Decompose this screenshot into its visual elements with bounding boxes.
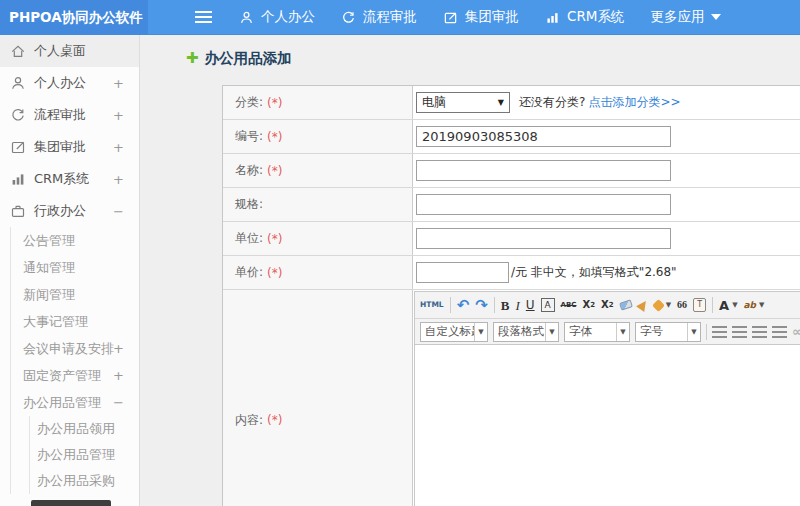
sidebar-item-supplies-purchase[interactable]: 办公用品采购 xyxy=(30,468,139,494)
align-justify-icon[interactable] xyxy=(772,326,787,338)
number-input[interactable] xyxy=(416,126,671,147)
sidebar-item-office-supplies-mgmt[interactable]: 办公用品管理 − xyxy=(11,389,139,416)
sub-item-label: 办公用品领用 xyxy=(37,421,115,436)
caret-down-icon: ▼ xyxy=(732,302,737,309)
price-input[interactable] xyxy=(416,262,509,283)
user-icon xyxy=(10,75,26,91)
nav-crm-system[interactable]: CRM系统 xyxy=(545,8,624,26)
eraser-button[interactable] xyxy=(620,301,632,309)
field-value: 电脑 ▼ 还没有分类? 点击添加分类>> xyxy=(413,86,800,119)
editor-content-area[interactable] xyxy=(415,345,800,506)
font-family-select[interactable]: 字体 ▼ xyxy=(564,322,630,342)
strikethrough-button[interactable]: ABC xyxy=(561,302,577,309)
field-label: 名称: (*) xyxy=(223,154,413,187)
collapse-minus-icon[interactable]: − xyxy=(113,389,124,416)
field-value: HTML ↶ ↷ B I U A ABC X2 X2 ▼ xyxy=(413,290,800,506)
sidebar-item-notice-mgmt[interactable]: 通知管理 xyxy=(11,254,139,281)
undo-button[interactable]: ↶ xyxy=(457,298,470,313)
nav-group-approval[interactable]: 集团审批 xyxy=(443,8,519,26)
paste-icon: T xyxy=(693,298,706,312)
italic-button[interactable]: I xyxy=(515,299,519,312)
add-category-link[interactable]: 点击添加分类>> xyxy=(588,94,680,111)
collapse-minus-icon[interactable]: − xyxy=(113,204,124,219)
blockquote-button[interactable]: 66 xyxy=(677,300,687,310)
nav-personal-office[interactable]: 个人办公 xyxy=(239,8,315,26)
align-center-icon[interactable] xyxy=(732,326,747,338)
sidebar-item-group-approval[interactable]: 集团审批 + xyxy=(0,131,139,163)
paste-text-button[interactable]: T xyxy=(693,298,706,312)
field-label: 编号: (*) xyxy=(223,120,413,153)
spec-input[interactable] xyxy=(416,194,671,215)
nav-process-approval[interactable]: 流程审批 xyxy=(341,8,417,26)
rich-text-editor: HTML ↶ ↷ B I U A ABC X2 X2 ▼ xyxy=(414,291,800,506)
nav-label: 更多应用 xyxy=(650,8,704,26)
sup-exp: 2 xyxy=(590,302,595,309)
sidebar-item-personal-desktop[interactable]: 个人桌面 xyxy=(0,35,139,67)
redo-button[interactable]: ↷ xyxy=(475,298,488,313)
category-select[interactable]: 电脑 ▼ xyxy=(416,92,510,113)
sidebar: 个人桌面 个人办公 + 流程审批 + 集团审批 + CRM系统 + 行政办公 − xyxy=(0,35,140,506)
superscript-button[interactable]: X2 xyxy=(583,300,596,310)
field-label: 单价: (*) xyxy=(223,256,413,289)
auto-typeset-button[interactable]: ▼ xyxy=(654,301,671,310)
custom-title-select[interactable]: 自定义标题 ▼ xyxy=(420,322,488,342)
nav-label: 流程审批 xyxy=(363,8,417,26)
sidebar-item-personal-office[interactable]: 个人办公 + xyxy=(0,67,139,99)
form-row-category: 分类: (*) 电脑 ▼ 还没有分类? 点击添加分类>> xyxy=(223,86,800,120)
office-supply-add-form: 分类: (*) 电脑 ▼ 还没有分类? 点击添加分类>> 编号: (*) xyxy=(222,85,800,506)
expand-plus-icon[interactable]: + xyxy=(113,76,124,91)
align-right-icon[interactable] xyxy=(752,326,767,338)
caret-down-icon: ▼ xyxy=(759,302,764,309)
sidebar-item-crm-system[interactable]: CRM系统 + xyxy=(0,163,139,195)
nav-label: 集团审批 xyxy=(465,8,519,26)
nav-more-apps[interactable]: 更多应用 xyxy=(650,8,721,26)
home-icon xyxy=(10,43,26,59)
sidebar-item-memorabilia-mgmt[interactable]: 大事记管理 xyxy=(11,308,139,335)
sub-idx: 2 xyxy=(609,302,614,309)
sidebar-item-label: 个人办公 xyxy=(34,74,86,92)
link-icon[interactable]: ∞ xyxy=(792,324,800,339)
name-input[interactable] xyxy=(416,160,671,181)
expand-plus-icon[interactable]: + xyxy=(113,172,124,187)
html-source-button[interactable]: HTML xyxy=(420,301,444,309)
top-bar: PHPOA协同办公软件 个人办公 流程审批 集团审批 CRM系统 xyxy=(0,0,800,35)
unit-input[interactable] xyxy=(416,228,671,249)
sidebar-item-news-mgmt[interactable]: 新闻管理 xyxy=(11,281,139,308)
sidebar-item-label: 流程审批 xyxy=(34,106,86,124)
hamburger-menu-icon[interactable] xyxy=(195,11,212,23)
font-border-button[interactable]: A xyxy=(541,298,555,312)
expand-plus-icon[interactable]: + xyxy=(113,140,124,155)
label-text: 内容: xyxy=(235,412,263,429)
expand-plus-icon[interactable]: + xyxy=(113,335,124,362)
label-text: 编号: xyxy=(235,128,263,145)
sidebar-item-supplies-requisition[interactable]: 办公用品领用 xyxy=(30,416,139,442)
format-brush-button[interactable] xyxy=(638,300,648,310)
expand-plus-icon[interactable]: + xyxy=(113,108,124,123)
expand-plus-icon[interactable]: + xyxy=(113,362,124,389)
sidebar-item-supplies-management[interactable]: 办公用品管理 xyxy=(30,442,139,468)
font-color-button[interactable]: A▼ xyxy=(719,299,737,312)
editor-toolbar-row2: 自定义标题 ▼ 段落格式 ▼ 字体 ▼ 字号 ▼ xyxy=(415,319,800,345)
required-mark: (*) xyxy=(267,130,282,144)
bold-button[interactable]: B xyxy=(501,299,510,312)
font-size-select[interactable]: 字号 ▼ xyxy=(635,322,701,342)
price-format-hint: /元 非中文，如填写格式"2.68" xyxy=(511,264,677,281)
sidebar-item-meeting-request[interactable]: 会议申请及安排 + xyxy=(11,335,139,362)
sub-item-label: 新闻管理 xyxy=(23,287,75,302)
sidebar-item-announcement-mgmt[interactable]: 公告管理 xyxy=(11,227,139,254)
process-icon xyxy=(341,10,356,25)
paragraph-format-select[interactable]: 段落格式 ▼ xyxy=(493,322,559,342)
underline-button[interactable]: U xyxy=(526,299,535,311)
required-mark: (*) xyxy=(267,164,282,178)
sidebar-item-process-approval[interactable]: 流程审批 + xyxy=(0,99,139,131)
sidebar-item-label: CRM系统 xyxy=(34,170,89,188)
subscript-button[interactable]: X2 xyxy=(601,300,614,310)
label-text: 单位: xyxy=(235,230,263,247)
highlight-color-button[interactable]: ab▼ xyxy=(744,301,765,310)
select-caret-icon: ▼ xyxy=(498,98,504,107)
caret-down-icon: ▼ xyxy=(616,323,629,341)
sidebar-item-admin-office[interactable]: 行政办公 − xyxy=(0,195,139,227)
align-left-icon[interactable] xyxy=(712,326,727,338)
sidebar-item-fixed-assets-mgmt[interactable]: 固定资产管理 + xyxy=(11,362,139,389)
sidebar-item-partially-visible[interactable] xyxy=(31,500,111,506)
